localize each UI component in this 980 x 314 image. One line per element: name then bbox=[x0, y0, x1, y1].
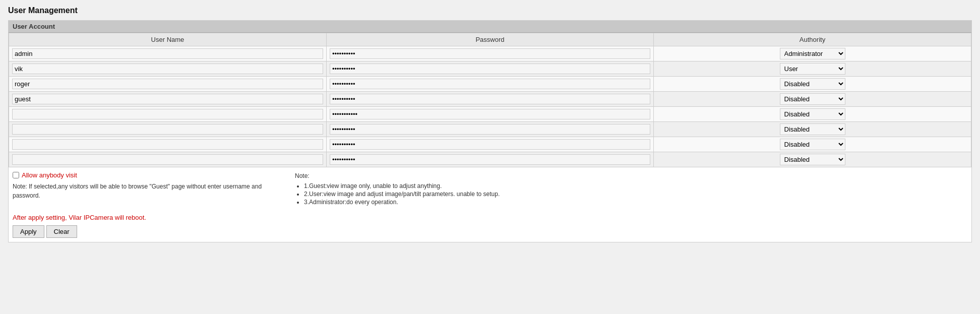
note-item: 2.User:view image and adjust image/pan/t… bbox=[304, 191, 967, 198]
table-row: AdministratorUserDisabled bbox=[9, 107, 971, 122]
password-input-1[interactable] bbox=[330, 64, 650, 74]
password-input-2[interactable] bbox=[330, 79, 650, 89]
authority-select-2[interactable]: AdministratorUserDisabled bbox=[780, 78, 845, 90]
authority-select-0[interactable]: AdministratorUserDisabled bbox=[780, 48, 845, 59]
username-input-2[interactable] bbox=[12, 79, 323, 89]
bottom-section: Allow anybody visit Note: If selected,an… bbox=[9, 167, 971, 211]
password-input-4[interactable] bbox=[330, 109, 650, 119]
col-header-authority: Authority bbox=[654, 33, 971, 46]
password-input-6[interactable] bbox=[330, 139, 650, 150]
reboot-warning: After apply setting, Vilar IPCamera will… bbox=[9, 211, 971, 223]
allow-visit-checkbox[interactable] bbox=[13, 172, 19, 178]
username-input-5[interactable] bbox=[12, 124, 323, 135]
table-row: AdministratorUserDisabled bbox=[9, 61, 971, 77]
password-input-3[interactable] bbox=[330, 94, 650, 104]
password-input-5[interactable] bbox=[330, 124, 650, 135]
clear-button[interactable]: Clear bbox=[46, 225, 77, 238]
authority-select-1[interactable]: AdministratorUserDisabled bbox=[780, 63, 845, 75]
username-input-6[interactable] bbox=[12, 139, 323, 150]
note-item: 1.Guest:view image only, unable to adjus… bbox=[304, 182, 967, 190]
table-row: AdministratorUserDisabled bbox=[9, 152, 971, 167]
table-row: AdministratorUserDisabled bbox=[9, 137, 971, 152]
username-input-7[interactable] bbox=[12, 154, 323, 165]
authority-select-4[interactable]: AdministratorUserDisabled bbox=[780, 108, 845, 120]
user-account-section: User Account User Name Password Authorit… bbox=[8, 20, 972, 242]
left-note: Allow anybody visit Note: If selected,an… bbox=[13, 171, 275, 207]
allow-visit-row: Allow anybody visit bbox=[13, 171, 275, 179]
username-input-1[interactable] bbox=[12, 64, 323, 74]
authority-select-6[interactable]: AdministratorUserDisabled bbox=[780, 139, 845, 150]
authority-select-7[interactable]: AdministratorUserDisabled bbox=[780, 154, 845, 165]
apply-button[interactable]: Apply bbox=[13, 225, 44, 238]
allow-visit-label[interactable]: Allow anybody visit bbox=[22, 171, 77, 179]
authority-select-5[interactable]: AdministratorUserDisabled bbox=[780, 123, 845, 135]
table-row: AdministratorUserDisabled bbox=[9, 122, 971, 137]
table-row: AdministratorUserDisabled bbox=[9, 92, 971, 107]
button-row: Apply Clear bbox=[9, 223, 971, 242]
username-input-0[interactable] bbox=[12, 48, 323, 59]
section-header: User Account bbox=[9, 21, 971, 33]
allow-visit-note: Note: If selected,any visitors will be a… bbox=[13, 182, 275, 200]
password-input-0[interactable] bbox=[330, 48, 650, 59]
username-input-3[interactable] bbox=[12, 94, 323, 104]
notes-list: 1.Guest:view image only, unable to adjus… bbox=[295, 182, 967, 206]
password-input-7[interactable] bbox=[330, 154, 650, 165]
username-input-4[interactable] bbox=[12, 109, 323, 119]
col-header-password: Password bbox=[326, 33, 653, 46]
right-note: Note: 1.Guest:view image only, unable to… bbox=[295, 171, 967, 207]
table-row: AdministratorUserDisabled bbox=[9, 46, 971, 61]
col-header-username: User Name bbox=[9, 33, 327, 46]
note-item: 3.Administrator:do every operation. bbox=[304, 199, 967, 206]
user-account-table: User Name Password Authority Administrat… bbox=[9, 33, 971, 167]
page-title: User Management bbox=[8, 6, 972, 15]
notes-header: Note: bbox=[295, 171, 967, 180]
table-row: AdministratorUserDisabled bbox=[9, 77, 971, 92]
authority-select-3[interactable]: AdministratorUserDisabled bbox=[780, 93, 845, 105]
